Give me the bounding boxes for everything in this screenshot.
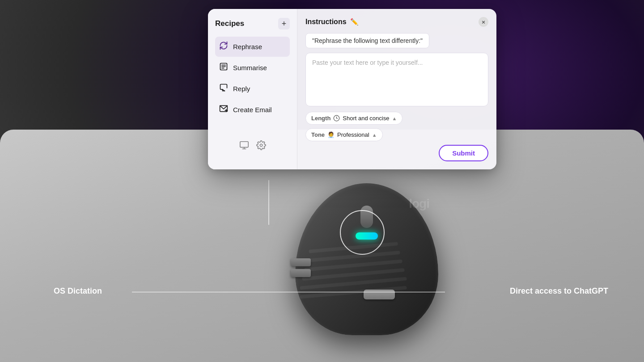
email-icon (219, 104, 229, 115)
tone-emoji-icon: 🧑‍💼 (327, 131, 335, 138)
instructions-title: Instructions ✏️ (305, 18, 359, 26)
length-value: Short and concise (343, 115, 389, 122)
instruction-badge: "Rephrase the following text differently… (305, 33, 429, 48)
tone-label: Tone (311, 131, 325, 138)
recipes-footer (215, 133, 290, 152)
logi-logo: logi (409, 197, 429, 211)
submit-row: Submit (305, 145, 488, 161)
recipes-header: Recipes + (215, 18, 290, 29)
mouse-container: logi (255, 165, 479, 335)
length-chevron-icon: ▲ (392, 116, 397, 121)
create-email-label: Create Email (233, 106, 272, 114)
svg-rect-7 (240, 142, 248, 147)
summarise-icon (219, 62, 229, 73)
tone-chevron-icon: ▲ (372, 132, 377, 138)
recipe-item-summarise[interactable]: Summarise (215, 58, 290, 78)
svg-point-10 (260, 144, 263, 147)
length-label: Length (311, 115, 330, 122)
recipe-item-rephrase[interactable]: Rephrase (215, 37, 290, 57)
close-button[interactable]: × (479, 17, 488, 27)
rephrase-icon (219, 41, 229, 52)
length-option-row: Length Short and concise ▲ (305, 112, 488, 125)
recipe-item-create-email[interactable]: Create Email (215, 100, 290, 120)
mouse-body: logi (295, 183, 438, 335)
submit-button[interactable]: Submit (439, 145, 488, 161)
circle-highlight (340, 210, 385, 255)
recipe-item-reply[interactable]: Reply (215, 79, 290, 99)
bottom-button (364, 290, 395, 299)
recipes-title: Recipes (215, 19, 244, 28)
os-dictation-label: OS Dictation (54, 286, 102, 296)
text-input-area[interactable]: Paste your text here or type it yourself… (305, 53, 488, 106)
connector-line (268, 180, 269, 225)
settings-icon[interactable] (256, 140, 266, 152)
chatgpt-access-label: Direct access to ChatGPT (510, 286, 608, 296)
side-button-bottom (291, 269, 311, 277)
display-icon[interactable] (239, 140, 249, 152)
instructions-header: Instructions ✏️ × (305, 17, 488, 27)
summarise-label: Summarise (233, 64, 267, 72)
tone-value: Professional (337, 131, 369, 138)
length-selector[interactable]: Length Short and concise ▲ (305, 112, 402, 125)
tone-selector[interactable]: Tone 🧑‍💼 Professional ▲ (305, 128, 383, 141)
edit-icon[interactable]: ✏️ (350, 18, 359, 26)
reply-label: Reply (233, 85, 250, 93)
rephrase-label: Rephrase (233, 43, 262, 51)
chatgpt-access-line (177, 292, 445, 293)
length-icon (333, 115, 340, 122)
add-recipe-button[interactable]: + (278, 18, 290, 29)
reply-icon (219, 83, 229, 94)
popup-dialog: Recipes + Rephrase (208, 9, 496, 169)
tone-option-row: Tone 🧑‍💼 Professional ▲ (305, 128, 488, 141)
textarea-placeholder: Paste your text here or type it yourself… (312, 59, 423, 66)
recipes-panel: Recipes + Rephrase (208, 9, 297, 169)
side-button-top (291, 258, 311, 266)
instructions-panel: Instructions ✏️ × "Rephrase the followin… (297, 9, 496, 169)
side-buttons (291, 258, 311, 277)
